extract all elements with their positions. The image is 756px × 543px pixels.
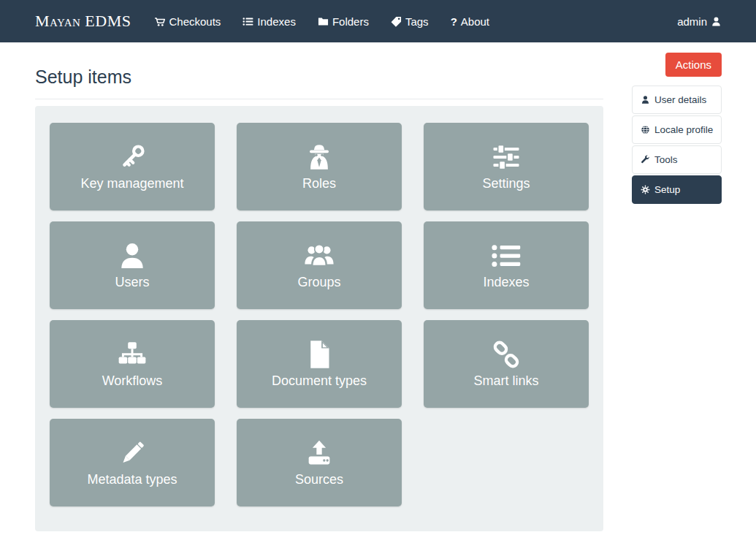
top-navbar: Mayan EDMS Checkouts Indexes Folders Tag…	[0, 0, 756, 42]
user-icon	[711, 16, 722, 27]
actions-button[interactable]: Actions	[665, 53, 722, 77]
brand-logo[interactable]: Mayan EDMS	[35, 12, 131, 31]
tile-workflows[interactable]: Workflows	[50, 320, 215, 408]
users-icon	[304, 240, 335, 271]
tag-icon	[391, 16, 402, 27]
sidebar-item-tools[interactable]: Tools	[632, 145, 722, 174]
user-icon	[641, 95, 650, 105]
tile-label: Groups	[297, 275, 340, 291]
tile-label: Metadata types	[87, 472, 177, 488]
username-label: admin	[677, 15, 707, 28]
chain-icon	[491, 339, 522, 370]
tile-grid: Key management Roles Settings Users Grou…	[50, 123, 589, 506]
nav-item-label: About	[461, 15, 489, 28]
nav-item-tags[interactable]: Tags	[391, 15, 429, 28]
pencil-icon	[117, 438, 148, 468]
nav-item-indexes[interactable]: Indexes	[243, 15, 296, 28]
tile-settings[interactable]: Settings	[424, 123, 589, 210]
sidebar-menu: User details Locale profile Tools Setup	[632, 86, 722, 204]
tile-label: Key management	[80, 176, 183, 192]
tile-roles[interactable]: Roles	[237, 123, 402, 210]
globe-icon	[641, 125, 650, 134]
page-title: Setup items	[35, 67, 603, 88]
tile-label: Indexes	[483, 275, 529, 291]
key-icon	[117, 142, 148, 172]
sidebar-item-locale-profile[interactable]: Locale profile	[632, 115, 722, 144]
sidebar-item-label: Tools	[654, 154, 678, 165]
tile-label: Smart links	[473, 373, 538, 390]
user-secret-icon	[304, 142, 335, 172]
title-divider	[35, 99, 603, 99]
question-icon	[451, 16, 457, 27]
file-icon	[304, 339, 335, 370]
setup-items-panel: Key management Roles Settings Users Grou…	[35, 106, 603, 531]
right-sidebar: Actions User details Locale profile Tool…	[632, 42, 722, 531]
nav-item-folders[interactable]: Folders	[318, 15, 369, 28]
tile-label: Document types	[272, 373, 367, 390]
upload-icon	[304, 438, 335, 468]
tile-sources[interactable]: Sources	[237, 419, 402, 506]
user-icon	[117, 240, 148, 271]
main-area: Setup items Key management Roles Setting…	[0, 42, 756, 531]
folder-icon	[318, 16, 329, 27]
sidebar-item-user-details[interactable]: User details	[632, 86, 722, 114]
nav-item-label: Indexes	[257, 15, 296, 28]
nav-item-label: Checkouts	[169, 15, 221, 28]
content-column: Setup items Key management Roles Setting…	[35, 42, 603, 531]
sliders-icon	[491, 142, 522, 172]
sidebar-item-label: Setup	[654, 184, 680, 195]
nav-item-about[interactable]: About	[451, 15, 489, 28]
tile-smart-links[interactable]: Smart links	[424, 320, 589, 408]
sidebar-item-label: Locale profile	[654, 124, 713, 135]
tile-label: Settings	[482, 176, 530, 192]
tile-users[interactable]: Users	[50, 221, 215, 309]
tile-metadata-types[interactable]: Metadata types	[50, 419, 215, 506]
user-menu[interactable]: admin	[677, 15, 722, 28]
list-icon	[491, 240, 522, 271]
tile-indexes[interactable]: Indexes	[424, 221, 589, 309]
tile-groups[interactable]: Groups	[237, 221, 402, 309]
shopping-cart-icon	[154, 16, 165, 27]
tile-document-types[interactable]: Document types	[237, 320, 402, 408]
nav-item-label: Tags	[405, 15, 429, 28]
sidebar-item-label: User details	[654, 94, 706, 105]
tile-label: Workflows	[102, 373, 163, 390]
tile-label: Roles	[302, 176, 336, 192]
nav-item-checkouts[interactable]: Checkouts	[154, 15, 221, 28]
wrench-icon	[641, 155, 650, 164]
tile-label: Sources	[295, 472, 343, 488]
sitemap-icon	[117, 339, 148, 370]
gear-icon	[641, 185, 650, 194]
nav-item-label: Folders	[332, 15, 369, 28]
tile-label: Users	[115, 275, 149, 291]
list-icon	[243, 16, 253, 27]
sidebar-item-setup[interactable]: Setup	[632, 175, 722, 204]
navbar-menu: Checkouts Indexes Folders Tags About	[154, 15, 677, 28]
tile-key-management[interactable]: Key management	[50, 123, 215, 210]
